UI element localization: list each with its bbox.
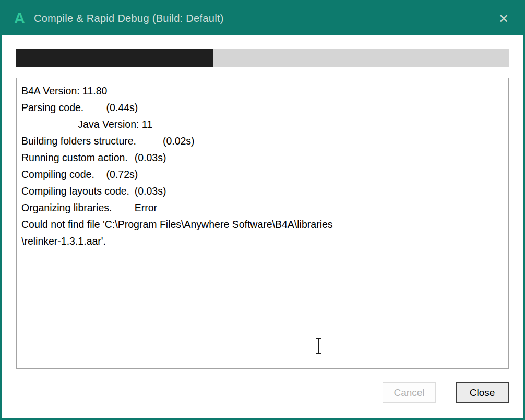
compile-log-output[interactable]: B4A Version: 11.80 Parsing code. (0.44s)…: [16, 78, 509, 369]
titlebar[interactable]: A Compile & Rapid Debug (Build: Default)…: [2, 2, 523, 35]
dialog-body: B4A Version: 11.80 Parsing code. (0.44s)…: [2, 35, 523, 418]
compile-debug-dialog: A Compile & Rapid Debug (Build: Default)…: [0, 0, 525, 420]
cancel-button[interactable]: Cancel: [383, 382, 436, 403]
window-title: Compile & Rapid Debug (Build: Default): [34, 13, 224, 25]
b4a-logo-icon: A: [14, 11, 25, 26]
close-icon[interactable]: ✕: [496, 11, 511, 26]
button-row: Cancel Close: [16, 382, 509, 403]
progress-fill: [16, 49, 213, 67]
progress-bar: [16, 49, 509, 67]
close-button[interactable]: Close: [456, 382, 509, 403]
